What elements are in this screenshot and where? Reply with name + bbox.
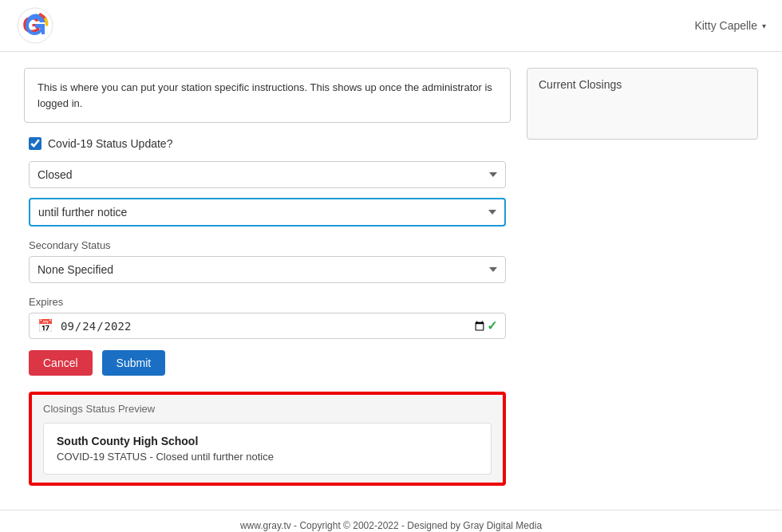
preview-title: Closings Status Preview xyxy=(43,403,492,415)
secondary-status-select[interactable]: None Specified Option 1 Option 2 xyxy=(29,256,506,283)
header: G Kitty Capelle ▾ xyxy=(0,0,782,52)
preview-outer: Closings Status Preview South County Hig… xyxy=(29,392,506,486)
covid-checkbox[interactable] xyxy=(29,137,41,150)
preview-school-name: South County High School xyxy=(57,435,478,447)
duration-select[interactable]: until further notice today only this wee… xyxy=(29,198,506,227)
date-field-wrapper: 📅 ✓ xyxy=(29,313,506,339)
checkbox-label[interactable]: Covid-19 Status Update? xyxy=(48,137,172,150)
right-panel: Current Closings xyxy=(527,68,758,486)
preview-status-text: COVID-19 STATUS - Closed until further n… xyxy=(57,451,478,463)
form-section: Covid-19 Status Update? Closed Open Dela… xyxy=(24,137,511,486)
current-closings-title: Current Closings xyxy=(539,78,746,91)
footer-copyright: www.gray.tv - Copyright © 2002-2022 - De… xyxy=(0,520,782,531)
calendar-icon: 📅 xyxy=(38,318,53,333)
info-text: This is where you can put your station s… xyxy=(38,81,492,109)
user-name: Kitty Capelle xyxy=(694,19,757,32)
expires-label: Expires xyxy=(29,296,506,308)
footer: www.gray.tv - Copyright © 2002-2022 - De… xyxy=(0,510,782,532)
main-content: This is where you can put your station s… xyxy=(0,52,782,502)
status-select[interactable]: Closed Open Delayed xyxy=(29,161,506,188)
user-menu-caret: ▾ xyxy=(762,22,766,30)
secondary-status-label: Secondary Status xyxy=(29,239,506,251)
checkbox-row: Covid-19 Status Update? xyxy=(29,137,506,150)
cancel-button[interactable]: Cancel xyxy=(29,350,93,376)
submit-button[interactable]: Submit xyxy=(102,350,166,376)
left-panel: This is where you can put your station s… xyxy=(24,68,511,486)
info-box: This is where you can put your station s… xyxy=(24,68,511,123)
check-icon: ✓ xyxy=(487,318,497,333)
preview-card: South County High School COVID-19 STATUS… xyxy=(43,423,492,475)
user-menu[interactable]: Kitty Capelle ▾ xyxy=(694,19,766,32)
button-row: Cancel Submit xyxy=(29,350,506,376)
logo-icon: G xyxy=(16,6,54,45)
expires-date-input[interactable] xyxy=(60,319,487,333)
current-closings-box: Current Closings xyxy=(527,68,758,140)
logo-container: G xyxy=(16,6,54,45)
